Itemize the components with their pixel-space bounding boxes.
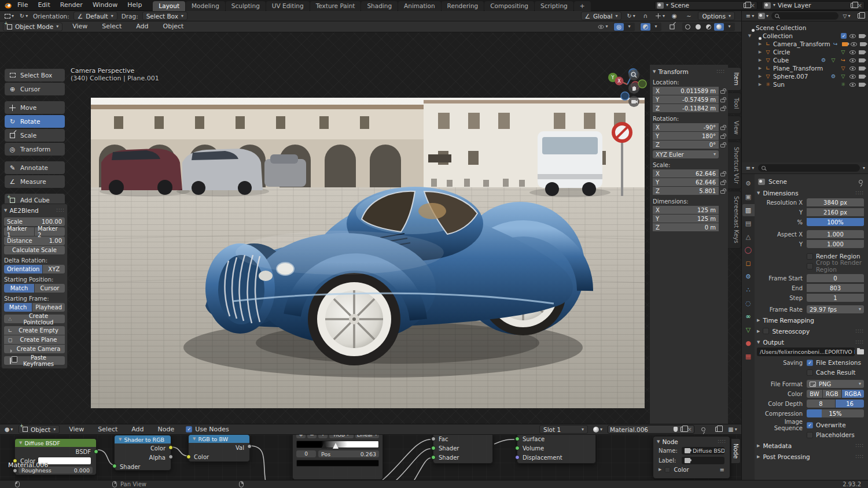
remove-stop-button[interactable]: − — [307, 435, 317, 438]
scale-y-field[interactable]: Y62.646 — [653, 178, 719, 186]
tab-view-layer[interactable]: ▤ — [742, 217, 755, 230]
tool-measure[interactable]: ∠Measure — [5, 175, 65, 188]
tab-modifiers[interactable]: ⚙ — [742, 271, 755, 283]
calculate-scale-button[interactable]: Calculate Scale — [4, 246, 65, 254]
eye-icon[interactable] — [849, 66, 856, 71]
gizmo-toggle-icon[interactable]: ◎ — [614, 23, 624, 31]
rotation-x-field[interactable]: X-90° — [653, 123, 719, 131]
menu-window[interactable]: Window — [88, 0, 122, 10]
add-workspace-button[interactable]: + — [574, 1, 591, 11]
menu-edit[interactable]: Edit — [33, 0, 54, 10]
options-dropdown[interactable]: Options ▾ — [698, 12, 735, 20]
tab-output[interactable]: ▥ — [742, 204, 755, 216]
lock-icon[interactable] — [720, 90, 725, 94]
grip-icon[interactable]: :::: — [855, 339, 864, 345]
scale-z-field[interactable]: Z5.801 — [653, 187, 719, 195]
expand-icon[interactable]: ▶ — [757, 50, 763, 54]
tab-animation[interactable]: Animation — [398, 1, 441, 11]
grip-icon[interactable]: :::: — [716, 69, 725, 74]
node-color-checkbox[interactable] — [665, 467, 670, 472]
eye-icon[interactable] — [849, 75, 856, 79]
node-rgb-to-bw[interactable]: ▼RGB to BW Val Color — [188, 435, 250, 462]
grip-icon[interactable]: :::: — [855, 454, 864, 459]
tool-cursor[interactable]: ⊕Cursor — [5, 83, 65, 95]
roughness-input-socket[interactable] — [13, 468, 17, 473]
new-view-layer-icon[interactable] — [851, 3, 855, 8]
tab-sculpting[interactable]: Sculpting — [226, 1, 266, 11]
match-frame-toggle[interactable]: Match — [4, 303, 32, 312]
step-field[interactable]: 1 — [807, 294, 864, 302]
bsdf-output-socket[interactable] — [94, 449, 98, 454]
snap-mode-icon[interactable]: ▾ — [654, 12, 665, 20]
lock-icon[interactable] — [720, 127, 725, 130]
stereoscopy-section-header[interactable]: ▶Stereoscopy:::: — [757, 326, 864, 336]
eye-icon[interactable] — [849, 50, 856, 54]
properties-search-input[interactable] — [758, 164, 860, 172]
displacement-input-socket[interactable] — [515, 455, 520, 460]
outliner-row-circle[interactable]: ▶ ▽ Circle ▽ — [744, 48, 866, 56]
display-mode-icon[interactable]: ▾ — [758, 12, 768, 20]
node-mix-shader[interactable]: Fac Shader Shader — [433, 435, 493, 464]
gizmo-settings-icon[interactable]: ↻▾ — [19, 12, 29, 20]
eye-icon[interactable] — [849, 83, 856, 87]
snap-magnet-icon[interactable]: ∩ — [640, 12, 650, 20]
view-menu[interactable]: View — [68, 21, 92, 32]
tab-world[interactable]: ◯ — [742, 244, 755, 256]
aspect-x-field[interactable]: 1.000 — [807, 230, 864, 238]
outliner-row-camera-transform[interactable]: ▶ ∟ Camera_Transform ↪ — [744, 40, 866, 48]
frame-rate-dropdown[interactable]: 29.97 fps▾ — [807, 305, 864, 313]
resolution-y-field[interactable]: 2160 px — [807, 208, 864, 216]
match-position-toggle[interactable]: Match — [4, 284, 34, 293]
mode-dropdown[interactable]: Object Mode ▾ — [3, 23, 62, 31]
editor-type-icon[interactable]: ≡▾ — [745, 164, 755, 172]
color-mode-dropdown[interactable]: RGB▾ — [329, 435, 354, 438]
camera-visibility-icon[interactable] — [859, 83, 865, 87]
tab-render[interactable]: ▣ — [742, 191, 755, 203]
color-rgba-toggle[interactable]: RGBA — [842, 390, 864, 398]
alpha-output-socket[interactable] — [168, 454, 173, 459]
lock-icon[interactable] — [720, 144, 725, 147]
node-name-field[interactable]: Diffuse BSDF.001 — [682, 447, 724, 454]
fac-input-socket[interactable] — [431, 437, 436, 441]
eye-icon[interactable] — [849, 58, 856, 62]
falloff-icon[interactable]: ∼ — [683, 12, 694, 20]
ae2blend-header[interactable]: ▼ AE2Blend :::: — [4, 206, 65, 215]
volume-input-socket[interactable] — [515, 446, 520, 450]
tab-view[interactable]: View — [728, 116, 741, 140]
shading-solid-icon[interactable] — [693, 23, 703, 31]
new-collection-icon[interactable] — [855, 12, 865, 20]
overwrite-checkbox[interactable]: ✓Overwrite — [807, 422, 846, 428]
expand-icon[interactable]: ▶ — [757, 58, 763, 62]
dimensions-z-field[interactable]: Z0 m — [653, 223, 719, 231]
ramp-handle-black[interactable] — [321, 443, 327, 449]
expand-icon[interactable]: ▶ — [757, 74, 763, 79]
scale-x-field[interactable]: X62.646 — [653, 169, 719, 178]
shader-input-socket[interactable] — [431, 455, 436, 460]
grip-icon[interactable]: :::: — [56, 208, 65, 213]
camera-visibility-icon[interactable] — [859, 34, 865, 38]
stereoscopy-checkbox[interactable] — [763, 328, 769, 334]
outliner-row-cube[interactable]: ▶ ▽ Cube ⚙ ▽ ↪ — [744, 56, 866, 64]
add-menu[interactable]: Add — [131, 21, 153, 32]
tab-shortcut-vur[interactable]: Shortcut VUr — [728, 142, 741, 189]
dimensions-y-field[interactable]: Y125 m — [653, 215, 719, 223]
transform-panel-header[interactable]: ▼ Transform :::: — [653, 67, 725, 76]
create-camera-button[interactable]: Create Camera — [4, 345, 65, 353]
pan-hand-button[interactable] — [628, 83, 639, 94]
rotation-z-field[interactable]: Z0° — [653, 141, 719, 149]
lock-icon[interactable] — [720, 108, 725, 111]
surface-input-socket[interactable] — [515, 437, 520, 441]
location-x-field[interactable]: X0.011589 m — [653, 87, 719, 95]
lock-icon[interactable] — [720, 99, 725, 102]
paste-keyframes-button[interactable]: Paste Keyframes — [4, 356, 65, 365]
camera-visibility-icon[interactable] — [859, 58, 865, 62]
menu-help[interactable]: Help — [123, 0, 146, 10]
resolution-pct-slider[interactable]: 100% — [807, 218, 864, 226]
tab-rendering[interactable]: Rendering — [442, 1, 484, 11]
marker2-button[interactable]: Marker 2 — [35, 227, 65, 236]
ramp-handle-white[interactable] — [333, 443, 339, 449]
color-output-socket[interactable] — [168, 445, 173, 450]
add-menu[interactable]: Add — [127, 424, 148, 435]
tool-rotate[interactable]: ↻Rotate — [5, 115, 65, 128]
close-icon[interactable]: × — [751, 2, 755, 9]
